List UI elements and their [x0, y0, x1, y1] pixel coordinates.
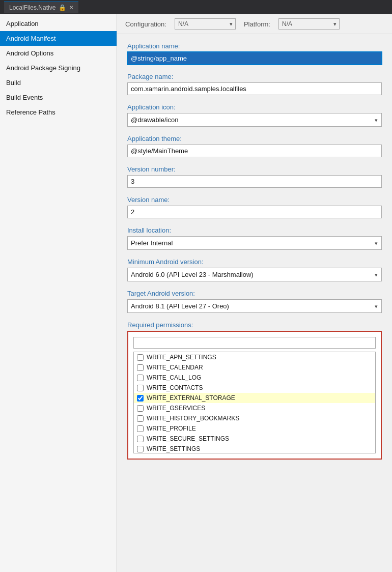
permissions-group: Required permissions: WRITE_APN_SETTINGS… — [127, 321, 382, 460]
permission-checkbox-WRITE_APN_SETTINGS[interactable] — [137, 354, 144, 361]
permissions-box: WRITE_APN_SETTINGSWRITE_CALENDARWRITE_CA… — [127, 331, 382, 460]
install-location-select-wrapper: Prefer Internal — [127, 236, 382, 250]
permission-item-WRITE_CONTACTS[interactable]: WRITE_CONTACTS — [134, 383, 375, 393]
sidebar-item-android-options[interactable]: Android Options — [0, 46, 117, 61]
sidebar-item-build[interactable]: Build — [0, 75, 117, 90]
sidebar-item-android-package-signing[interactable]: Android Package Signing — [0, 61, 117, 75]
permission-label-WRITE_EXTERNAL_STORAGE: WRITE_EXTERNAL_STORAGE — [147, 394, 235, 402]
target-android-label: Target Android version: — [127, 290, 382, 297]
install-location-label: Install location: — [127, 226, 382, 234]
permissions-label: Required permissions: — [127, 321, 382, 329]
permission-checkbox-WRITE_SETTINGS[interactable] — [137, 446, 144, 452]
app-icon-group: Application icon: @drawable/icon — [127, 103, 382, 127]
permission-label-WRITE_SECURE_SETTINGS: WRITE_SECURE_SETTINGS — [147, 435, 229, 442]
package-name-input[interactable] — [127, 82, 382, 95]
permission-checkbox-WRITE_HISTORY_BOOKMARKS[interactable] — [137, 415, 144, 422]
version-name-group: Version name: — [127, 196, 382, 218]
permission-label-WRITE_HISTORY_BOOKMARKS: WRITE_HISTORY_BOOKMARKS — [147, 415, 239, 422]
permission-item-WRITE_EXTERNAL_STORAGE[interactable]: WRITE_EXTERNAL_STORAGE — [134, 393, 375, 403]
permission-item-WRITE_APN_SETTINGS[interactable]: WRITE_APN_SETTINGS — [134, 352, 375, 362]
configuration-select-wrapper: N/A — [175, 18, 236, 30]
permission-checkbox-WRITE_EXTERNAL_STORAGE[interactable] — [137, 395, 144, 402]
platform-select[interactable]: N/A — [278, 18, 340, 30]
app-theme-input[interactable] — [127, 145, 382, 157]
configuration-label: Configuration: — [125, 20, 166, 28]
platform-label: Platform: — [244, 20, 270, 28]
app-icon-select[interactable]: @drawable/icon — [127, 113, 382, 127]
permissions-list[interactable]: WRITE_APN_SETTINGSWRITE_CALENDARWRITE_CA… — [133, 352, 376, 453]
permission-checkbox-WRITE_CALENDAR[interactable] — [137, 364, 144, 371]
permission-checkbox-WRITE_GSERVICES[interactable] — [137, 405, 144, 412]
permission-label-WRITE_PROFILE: WRITE_PROFILE — [147, 425, 196, 432]
version-name-label: Version name: — [127, 196, 382, 204]
target-android-select-wrapper: Android 8.1 (API Level 27 - Oreo) — [127, 299, 382, 313]
permission-label-WRITE_CONTACTS: WRITE_CONTACTS — [147, 384, 203, 391]
package-name-label: Package name: — [127, 73, 382, 80]
permission-item-WRITE_SETTINGS[interactable]: WRITE_SETTINGS — [134, 444, 375, 453]
permission-checkbox-WRITE_PROFILE[interactable] — [137, 425, 144, 432]
target-android-group: Target Android version: Android 8.1 (API… — [127, 290, 382, 313]
permission-item-WRITE_PROFILE[interactable]: WRITE_PROFILE — [134, 423, 375, 434]
permission-item-WRITE_HISTORY_BOOKMARKS[interactable]: WRITE_HISTORY_BOOKMARKS — [134, 413, 375, 423]
app-name-group: Application name: — [127, 42, 382, 65]
sidebar-item-reference-paths[interactable]: Reference Paths — [0, 105, 117, 120]
close-icon[interactable]: ✕ — [69, 5, 73, 10]
permission-item-WRITE_CALL_LOG[interactable]: WRITE_CALL_LOG — [134, 373, 375, 383]
min-android-select[interactable]: Android 6.0 (API Level 23 - Marshmallow) — [127, 268, 382, 281]
version-name-input[interactable] — [127, 206, 382, 218]
configuration-select[interactable]: N/A — [175, 18, 236, 30]
pin-icon: 🔒 — [59, 4, 66, 11]
title-tab[interactable]: LocalFiles.Native 🔒 ✕ — [4, 2, 78, 13]
tab-label: LocalFiles.Native — [9, 4, 55, 11]
config-bar: Configuration: N/A Platform: N/A — [117, 14, 392, 34]
app-theme-group: Application theme: — [127, 135, 382, 157]
permission-checkbox-WRITE_CONTACTS[interactable] — [137, 385, 144, 391]
app-theme-label: Application theme: — [127, 135, 382, 142]
form-area: Application name: Package name: Applicat… — [117, 34, 392, 572]
content-area: Configuration: N/A Platform: N/A Applica… — [117, 14, 392, 572]
title-bar: LocalFiles.Native 🔒 ✕ — [0, 0, 392, 14]
permission-label-WRITE_APN_SETTINGS: WRITE_APN_SETTINGS — [147, 354, 216, 361]
main-layout: ApplicationAndroid ManifestAndroid Optio… — [0, 14, 392, 572]
permission-item-WRITE_GSERVICES[interactable]: WRITE_GSERVICES — [134, 403, 375, 413]
permission-label-WRITE_CALENDAR: WRITE_CALENDAR — [147, 364, 203, 371]
version-number-input[interactable] — [127, 175, 382, 188]
target-android-select[interactable]: Android 8.1 (API Level 27 - Oreo) — [127, 299, 382, 313]
permission-label-WRITE_GSERVICES: WRITE_GSERVICES — [147, 405, 205, 412]
permission-checkbox-WRITE_SECURE_SETTINGS[interactable] — [137, 436, 144, 442]
min-android-group: Minimum Android version: Android 6.0 (AP… — [127, 258, 382, 281]
permission-checkbox-WRITE_CALL_LOG[interactable] — [137, 375, 144, 381]
min-android-select-wrapper: Android 6.0 (API Level 23 - Marshmallow) — [127, 268, 382, 281]
app-icon-label: Application icon: — [127, 103, 382, 111]
permission-label-WRITE_CALL_LOG: WRITE_CALL_LOG — [147, 374, 201, 381]
install-location-group: Install location: Prefer Internal — [127, 226, 382, 250]
permission-item-WRITE_CALENDAR[interactable]: WRITE_CALENDAR — [134, 362, 375, 373]
permission-label-WRITE_SETTINGS: WRITE_SETTINGS — [147, 445, 200, 452]
permission-item-WRITE_SECURE_SETTINGS[interactable]: WRITE_SECURE_SETTINGS — [134, 434, 375, 444]
sidebar-item-android-manifest[interactable]: Android Manifest — [0, 31, 117, 46]
platform-select-wrapper: N/A — [278, 18, 340, 30]
permissions-search-input[interactable] — [133, 337, 376, 349]
sidebar-item-application[interactable]: Application — [0, 16, 117, 31]
sidebar: ApplicationAndroid ManifestAndroid Optio… — [0, 14, 117, 572]
version-number-group: Version number: — [127, 165, 382, 188]
install-location-select[interactable]: Prefer Internal — [127, 236, 382, 250]
version-number-label: Version number: — [127, 165, 382, 173]
app-name-label: Application name: — [127, 42, 382, 50]
app-icon-select-wrapper: @drawable/icon — [127, 113, 382, 127]
app-name-input[interactable] — [127, 52, 382, 65]
package-name-group: Package name: — [127, 73, 382, 95]
min-android-label: Minimum Android version: — [127, 258, 382, 266]
sidebar-item-build-events[interactable]: Build Events — [0, 90, 117, 105]
